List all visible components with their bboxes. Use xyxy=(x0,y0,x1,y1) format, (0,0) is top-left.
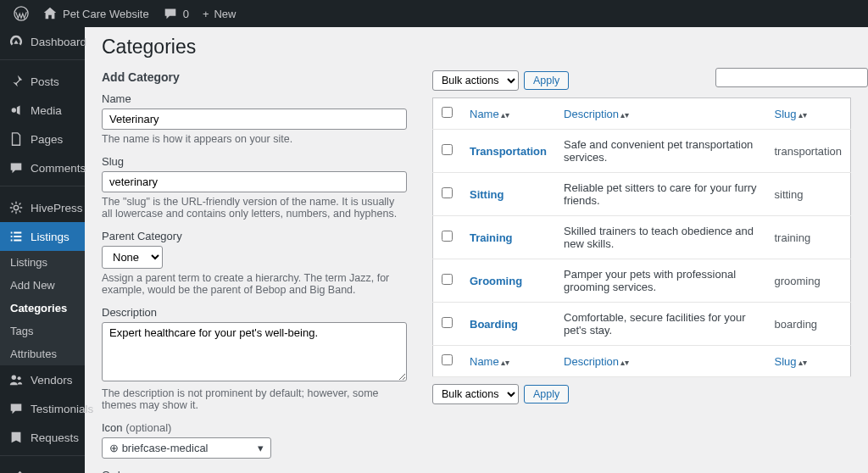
category-link[interactable]: Sitting xyxy=(470,188,504,201)
category-slug: grooming xyxy=(766,259,851,303)
order-label: Order xyxy=(102,469,407,473)
sort-icon: ▴▾ xyxy=(798,110,807,120)
header-name-bottom[interactable]: Name▴▾ xyxy=(470,355,509,368)
menu-posts[interactable]: Posts xyxy=(0,67,85,96)
gear-icon xyxy=(8,200,24,215)
table-row: SittingReliable pet sitters to care for … xyxy=(433,173,851,216)
menu-hivepress[interactable]: HivePress xyxy=(0,193,85,222)
svg-point-4 xyxy=(18,376,21,380)
icon-label: Icon (optional) xyxy=(102,421,407,434)
header-slug-bottom[interactable]: Slug▴▾ xyxy=(775,355,807,368)
table-row: GroomingPamper your pets with profession… xyxy=(433,259,851,303)
header-description-top[interactable]: Description▴▾ xyxy=(564,108,629,120)
category-slug: transportation xyxy=(766,130,851,173)
new-label: New xyxy=(214,8,236,20)
page-icon xyxy=(8,131,24,147)
bulk-actions-top[interactable]: Bulk actions xyxy=(432,70,519,91)
row-checkbox[interactable] xyxy=(442,144,453,155)
category-description: Safe and convenient pet transportation s… xyxy=(555,130,765,173)
request-icon xyxy=(8,430,24,445)
category-slug: training xyxy=(766,216,851,259)
parent-help: Assign a parent term to create a hierarc… xyxy=(102,272,407,296)
category-link[interactable]: Training xyxy=(470,231,513,244)
new-content-link[interactable]: + New xyxy=(196,0,243,27)
search-box xyxy=(715,68,868,87)
apply-button-top[interactable]: Apply xyxy=(524,71,569,90)
header-name-top[interactable]: Name▴▾ xyxy=(470,108,509,120)
brush-icon xyxy=(8,470,24,473)
site-name: Pet Care Website xyxy=(63,8,149,20)
name-input[interactable] xyxy=(102,109,407,130)
submenu-categories[interactable]: Categories xyxy=(0,297,85,320)
apply-button-bottom[interactable]: Apply xyxy=(524,385,569,403)
slug-input[interactable] xyxy=(102,171,407,192)
header-slug-top[interactable]: Slug▴▾ xyxy=(775,108,807,120)
description-help: The description is not prominent by defa… xyxy=(102,387,407,411)
menu-appearance[interactable]: Appearance xyxy=(0,463,85,473)
category-slug: sitting xyxy=(766,173,851,216)
quote-icon xyxy=(8,401,24,416)
menu-requests[interactable]: Requests xyxy=(0,423,85,452)
menu-dashboard[interactable]: Dashboard xyxy=(0,27,85,56)
comment-icon xyxy=(163,6,178,21)
search-input[interactable] xyxy=(715,68,868,87)
comments-count: 0 xyxy=(183,8,189,20)
category-slug: boarding xyxy=(766,303,851,346)
svg-point-3 xyxy=(12,376,16,380)
main-content: Categories Add Category Name The name is… xyxy=(85,27,868,473)
row-checkbox[interactable] xyxy=(442,274,453,285)
site-name-link[interactable]: Pet Care Website xyxy=(36,0,156,27)
sort-icon: ▴▾ xyxy=(798,358,807,367)
tablenav-bottom: Bulk actions Apply xyxy=(432,384,851,404)
row-checkbox[interactable] xyxy=(442,317,453,328)
users-icon xyxy=(8,372,24,387)
menu-vendors[interactable]: Vendors xyxy=(0,365,85,394)
submenu-tags[interactable]: Tags xyxy=(0,320,85,342)
category-description: Skilled trainers to teach obedience and … xyxy=(555,216,765,259)
select-all-bottom[interactable] xyxy=(442,354,453,365)
home-icon xyxy=(42,6,58,21)
header-description-bottom[interactable]: Description▴▾ xyxy=(564,355,629,368)
category-link[interactable]: Boarding xyxy=(470,318,518,331)
row-checkbox[interactable] xyxy=(442,231,453,242)
submenu-listings: Listings Add New Categories Tags Attribu… xyxy=(0,251,85,365)
comments-link[interactable]: 0 xyxy=(156,0,196,27)
menu-media[interactable]: Media xyxy=(0,96,85,125)
menu-testimonials[interactable]: Testimonials xyxy=(0,394,85,423)
list-icon xyxy=(8,229,24,244)
description-label: Description xyxy=(102,306,407,319)
page-title: Categories xyxy=(102,36,851,58)
menu-pages[interactable]: Pages xyxy=(0,125,85,153)
table-row: TrainingSkilled trainers to teach obedie… xyxy=(433,216,851,259)
briefcase-medical-icon: ⊕ xyxy=(109,442,119,454)
row-checkbox[interactable] xyxy=(442,187,453,198)
plus-icon: + xyxy=(203,8,209,20)
pin-icon xyxy=(8,74,24,89)
parent-select[interactable]: None xyxy=(102,246,163,269)
media-icon xyxy=(8,103,24,118)
icon-select[interactable]: ⊕ briefcase-medical ▾ xyxy=(102,437,271,459)
category-description: Pamper your pets with professional groom… xyxy=(555,259,765,303)
menu-listings[interactable]: Listings xyxy=(0,222,85,251)
sort-icon: ▴▾ xyxy=(501,358,509,367)
submenu-listings-list[interactable]: Listings xyxy=(0,251,85,274)
wp-logo[interactable] xyxy=(7,0,36,27)
select-all-top[interactable] xyxy=(442,107,453,118)
name-label: Name xyxy=(102,92,407,105)
name-help: The name is how it appears on your site. xyxy=(102,133,407,145)
parent-label: Parent Category xyxy=(102,230,407,242)
add-category-form: Add Category Name The name is how it app… xyxy=(102,70,407,473)
menu-comments[interactable]: Comments xyxy=(0,153,85,182)
categories-table: Name▴▾ Description▴▾ Slug▴▾ Transportati… xyxy=(432,97,851,377)
chevron-down-icon: ▾ xyxy=(258,442,264,454)
table-row: BoardingComfortable, secure facilities f… xyxy=(433,303,851,346)
svg-point-1 xyxy=(12,108,16,112)
submenu-attributes[interactable]: Attributes xyxy=(0,342,85,365)
table-row: TransportationSafe and convenient pet tr… xyxy=(433,130,851,173)
category-link[interactable]: Transportation xyxy=(470,145,547,158)
description-input[interactable]: Expert healthcare for your pet's well-be… xyxy=(102,322,407,381)
category-link[interactable]: Grooming xyxy=(470,275,522,287)
slug-help: The "slug" is the URL-friendly version o… xyxy=(102,196,407,220)
bulk-actions-bottom[interactable]: Bulk actions xyxy=(432,384,519,404)
submenu-add-new[interactable]: Add New xyxy=(0,274,85,297)
